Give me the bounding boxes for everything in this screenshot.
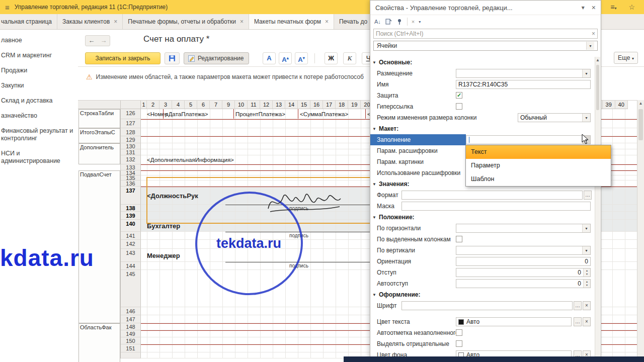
column-header[interactable]: 7	[210, 101, 222, 109]
dropdown-button[interactable]: ▾	[582, 69, 590, 77]
row-header[interactable]: 127	[121, 119, 141, 128]
property-control[interactable]: ▾	[456, 246, 591, 255]
dropdown-item[interactable]: Шаблон	[466, 172, 611, 186]
property-control[interactable]: ▾	[456, 69, 591, 78]
column-header[interactable]: 12	[260, 101, 273, 109]
panel-close-icon[interactable]: ×	[592, 4, 596, 12]
tab-4[interactable]: Макеты печатных форм×	[249, 14, 334, 29]
property-control[interactable]	[401, 301, 573, 310]
row-header[interactable]: 136	[121, 180, 141, 187]
search-clear-icon[interactable]: ×	[592, 30, 595, 37]
ellipsis-button[interactable]: …	[574, 301, 582, 310]
property-control[interactable]: R137C2:R140C35	[456, 80, 591, 89]
checkbox[interactable]	[456, 103, 462, 110]
property-control[interactable]	[401, 191, 583, 200]
checkbox[interactable]	[456, 329, 462, 336]
column-header[interactable]: 19	[348, 101, 361, 109]
sidebar-item[interactable]: Финансовый результат и контроллинг	[1, 127, 76, 142]
main-menu-icon[interactable]: ≡	[5, 3, 10, 12]
row-header[interactable]: 134	[121, 170, 141, 175]
column-header[interactable]: 13	[273, 101, 285, 109]
functions-menu-icon[interactable]: ≡▾	[610, 3, 616, 11]
section-header[interactable]: ▼Основные:	[370, 57, 595, 68]
row-header[interactable]: 128	[121, 128, 141, 136]
scroll-up-icon[interactable]: ▲	[595, 57, 600, 64]
row-header[interactable]: 133	[121, 164, 141, 170]
font-button[interactable]: А	[263, 52, 276, 64]
row-header[interactable]: 139	[121, 212, 141, 220]
sidebar-item[interactable]: Закупки	[1, 82, 76, 89]
clear-icon[interactable]: ×	[412, 19, 415, 25]
ellipsis-button[interactable]: …	[574, 317, 582, 326]
sidebar-item[interactable]: НСИ и администрирование	[1, 150, 76, 165]
dropdown-item[interactable]: Параметр	[466, 159, 611, 172]
column-header[interactable]: 39	[603, 101, 615, 109]
panel-chevron-icon[interactable]: ▾	[582, 4, 585, 11]
row-header[interactable]: 146	[121, 307, 141, 315]
column-header[interactable]: 15	[298, 101, 310, 109]
row-header[interactable]: 149	[121, 330, 141, 337]
favorites-star-icon[interactable]: ☆	[628, 3, 635, 11]
column-header[interactable]: 11	[248, 101, 260, 109]
area-name[interactable]: ИтогоЭтапыС	[78, 128, 120, 143]
clear-button[interactable]: ×	[583, 317, 591, 326]
pin-page-icon[interactable]	[385, 18, 392, 25]
row-header[interactable]: 137	[121, 187, 141, 205]
pin-icon[interactable]	[396, 18, 403, 25]
row-header[interactable]: 145	[121, 270, 141, 307]
column-header[interactable]: 10	[235, 101, 248, 109]
italic-button[interactable]: К	[343, 52, 356, 64]
object-selector[interactable]: Ячейки ▾	[373, 41, 598, 51]
column-header[interactable]: 5	[185, 101, 197, 109]
row-header[interactable]: 151	[121, 344, 141, 352]
checkbox[interactable]	[456, 236, 462, 242]
column-header[interactable]: 40	[615, 101, 628, 109]
row-header[interactable]: 141	[121, 232, 141, 240]
panel-scrollbar[interactable]: ▲	[595, 57, 600, 361]
scroll-thumb[interactable]	[596, 65, 599, 110]
sort-az-icon[interactable]: А↓	[374, 19, 381, 25]
dropdown-button[interactable]: ▾	[582, 224, 590, 232]
section-header[interactable]: ▼Макет:	[370, 123, 595, 134]
column-header[interactable]: 2	[147, 101, 159, 109]
save-and-close-button[interactable]: Записать и закрыть	[85, 52, 160, 64]
tab-close-icon[interactable]: ×	[114, 18, 117, 25]
dropdown-button[interactable]: ▾	[582, 136, 590, 144]
ellipsis-button[interactable]: …	[584, 191, 592, 200]
sidebar-item[interactable]: Склад и доставка	[1, 97, 76, 105]
spinner[interactable]: ▴▾	[583, 268, 590, 277]
row-header[interactable]: 144	[121, 262, 141, 270]
row-header[interactable]: 142	[121, 240, 141, 249]
bold-button[interactable]: Ж	[325, 52, 338, 64]
column-header[interactable]: 14	[285, 101, 298, 109]
font-decrease-button[interactable]: А	[295, 52, 308, 64]
save-button[interactable]	[165, 52, 180, 64]
property-control[interactable]: Обычный▾	[518, 113, 591, 122]
tab-5[interactable]: Печать до	[334, 14, 373, 29]
column-header[interactable]: 6	[197, 101, 210, 109]
area-name[interactable]: ОбластьФак	[78, 323, 120, 362]
corner-cell[interactable]	[121, 101, 141, 109]
property-control[interactable]: Авто	[456, 317, 572, 326]
row-header[interactable]	[121, 352, 141, 358]
tab-1[interactable]: чальная страница	[0, 14, 57, 29]
row-header[interactable]: 130	[121, 143, 141, 149]
area-name[interactable]: ПодвалСчет	[78, 170, 120, 323]
row-header[interactable]: 129	[121, 136, 141, 143]
property-control[interactable]: ▾	[456, 224, 591, 233]
sheet-vertical-scrollbar[interactable]: ▲	[637, 100, 644, 357]
tab-3[interactable]: Печатные формы, отчеты и обработки×	[123, 14, 249, 29]
column-header[interactable]: 1	[141, 101, 147, 109]
checkbox[interactable]: ✓	[456, 92, 462, 99]
row-header[interactable]: 150	[121, 337, 141, 344]
column-header[interactable]: 17	[323, 101, 336, 109]
row-header[interactable]: 126	[121, 109, 141, 119]
scroll-thumb[interactable]	[638, 109, 643, 140]
edit-mode-button[interactable]: Редактирование	[184, 52, 249, 64]
row-header[interactable]: 135	[121, 175, 141, 180]
sidebar-item[interactable]: Продажи	[1, 67, 76, 74]
column-header[interactable]: 18	[336, 101, 348, 109]
row-header[interactable]: 143	[121, 249, 141, 262]
area-name[interactable]: Дополнитель	[78, 143, 120, 164]
section-header[interactable]: ▼Положение:	[370, 212, 595, 223]
